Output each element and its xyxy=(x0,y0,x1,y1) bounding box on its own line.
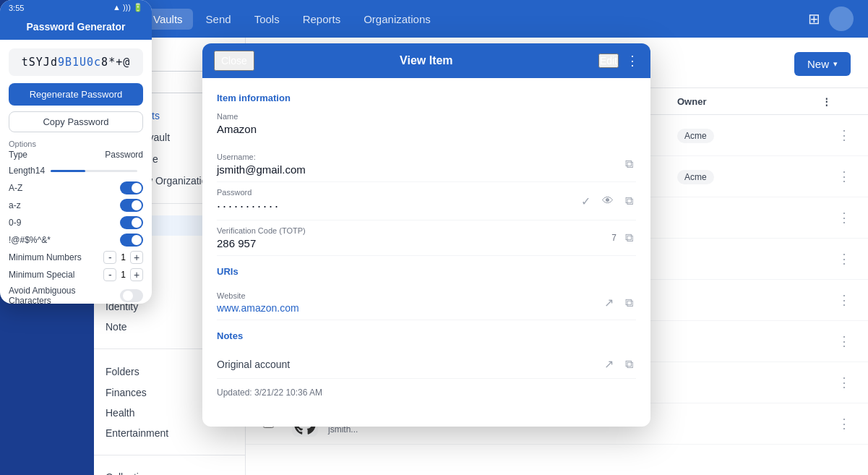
open-url-icon[interactable]: ↗ xyxy=(601,294,616,311)
type-label: Type xyxy=(9,150,27,160)
length-slider[interactable] xyxy=(51,170,137,172)
min-numbers-row: Minimum Numbers - 1 + xyxy=(9,251,143,264)
username-label: Username: xyxy=(217,153,622,161)
mobile-gen-body: tSYJd9B1U0c8*+@ Regenerate Password Copy… xyxy=(0,40,152,304)
copy-password-icon[interactable]: ⧉ xyxy=(622,193,636,209)
password-display: tSYJd9B1U0c8*+@ xyxy=(9,48,143,76)
uris-section-title: URIs xyxy=(217,266,636,277)
totp-field-left: Verification Code (TOTP) 286 957 xyxy=(217,226,606,249)
nav-right: ⊞ xyxy=(808,7,854,31)
min-special-row: Minimum Special - 1 + xyxy=(9,268,143,281)
totp-value: 286 957 xyxy=(217,237,606,249)
totp-label: Verification Code (TOTP) xyxy=(217,226,606,235)
row-more-icon[interactable]: ⋮ xyxy=(822,333,851,349)
top-nav: Vaults Send Tools Reports Organizations … xyxy=(94,0,868,38)
toggle-special: !@#$%^&* xyxy=(9,234,143,247)
website-label: Website xyxy=(217,291,601,300)
new-button-label: New xyxy=(807,58,829,70)
avoid-toggle[interactable] xyxy=(120,289,143,302)
min-numbers-label: Minimum Numbers xyxy=(9,252,82,262)
row-owner: Acme xyxy=(677,129,822,142)
nav-item-reports[interactable]: Reports xyxy=(293,9,351,30)
check-password-icon[interactable]: ✓ xyxy=(578,193,593,210)
totp-actions: 7 ⧉ xyxy=(606,230,636,246)
notes-actions: ↗ ⧉ xyxy=(601,356,636,372)
password-field-left: Password ··········· xyxy=(217,188,578,214)
min-special-decrement[interactable]: - xyxy=(103,268,116,281)
row-more-icon[interactable]: ⋮ xyxy=(822,127,851,143)
nav-item-organizations[interactable]: Organizations xyxy=(353,9,441,30)
nav-item-send[interactable]: Send xyxy=(196,9,241,30)
notes-section-title: Notes xyxy=(217,330,636,341)
row-more-icon[interactable]: ⋮ xyxy=(822,210,851,226)
show-password-icon[interactable]: 👁 xyxy=(599,193,616,209)
totp-timer: 7 xyxy=(611,233,616,243)
min-special-stepper: - 1 + xyxy=(103,268,143,281)
copy-username-icon[interactable]: ⧉ xyxy=(622,156,636,172)
website-field-row: Website www.amazon.com ↗ ⧉ xyxy=(217,286,636,320)
password-label: Password xyxy=(217,188,578,197)
sidebar-collections[interactable]: Collections xyxy=(94,467,245,475)
password-actions: ✓ 👁 ⧉ xyxy=(578,193,636,210)
website-actions: ↗ ⧉ xyxy=(601,294,636,311)
more-options-icon[interactable]: ⋮ xyxy=(822,96,831,107)
website-value: www.amazon.com xyxy=(217,302,601,314)
min-special-label: Minimum Special xyxy=(9,270,74,280)
view-item-body: Item information Name Amazon Username: j… xyxy=(202,78,650,427)
09-label: 0-9 xyxy=(9,218,21,228)
name-field-label: Name xyxy=(217,112,636,121)
view-item-header: Close View Item Edit ⋮ xyxy=(202,43,650,78)
nav-item-tools[interactable]: Tools xyxy=(244,9,290,30)
copy-notes-icon[interactable]: ⧉ xyxy=(622,356,636,372)
copy-totp-icon[interactable]: ⧉ xyxy=(622,230,636,246)
updated-text: Updated: 3/21/22 10:36 AM xyxy=(217,388,636,398)
copy-url-icon[interactable]: ⧉ xyxy=(622,295,636,311)
more-options-icon[interactable]: ⋮ xyxy=(626,53,639,69)
name-field-value: Amazon xyxy=(217,123,636,135)
min-special-increment[interactable]: + xyxy=(130,268,143,281)
min-numbers-stepper: - 1 + xyxy=(103,251,143,264)
special-toggle[interactable] xyxy=(120,234,143,247)
regenerate-button[interactable]: Regenerate Password xyxy=(9,83,143,106)
new-button[interactable]: New ▾ xyxy=(794,52,851,76)
length-label: Length xyxy=(9,166,35,176)
length-row: Length 14 xyxy=(9,166,143,176)
row-more-icon[interactable]: ⋮ xyxy=(822,168,851,184)
nav-items: Vaults Send Tools Reports Organizations xyxy=(143,9,808,30)
edit-button[interactable]: Edit xyxy=(598,54,619,68)
toggle-09: 0-9 xyxy=(9,216,143,229)
open-notes-icon[interactable]: ↗ xyxy=(601,356,616,372)
min-numbers-decrement[interactable]: - xyxy=(103,251,116,264)
min-numbers-value: 1 xyxy=(121,252,126,262)
close-button[interactable]: Close xyxy=(214,51,254,71)
min-numbers-increment[interactable]: + xyxy=(130,251,143,264)
view-item-panel: Close View Item Edit ⋮ Item information … xyxy=(202,43,650,427)
row-more-icon[interactable]: ⋮ xyxy=(822,251,851,267)
notes-field-left: Original account xyxy=(217,359,601,370)
az-upper-toggle[interactable] xyxy=(120,181,143,194)
username-actions: ⧉ xyxy=(622,156,636,172)
min-special-value: 1 xyxy=(121,270,126,280)
mobile-status-bar: 3:55 ▲ ))) 🔋 xyxy=(0,0,152,15)
az-lower-toggle[interactable] xyxy=(120,199,143,212)
grid-icon[interactable]: ⊞ xyxy=(808,10,820,27)
notes-value: Original account xyxy=(217,359,601,370)
row-more-icon[interactable]: ⋮ xyxy=(822,375,851,390)
mobile-gen-title: Password Generator xyxy=(27,21,126,33)
collections-section: Collections Marketing Product Sales xyxy=(94,461,245,475)
09-toggle[interactable] xyxy=(120,216,143,229)
divider-3 xyxy=(94,455,245,455)
folders-label: Folders xyxy=(106,366,139,377)
actions-col-header: ⋮ xyxy=(822,96,851,107)
username-value: jsmith@gmail.com xyxy=(217,163,622,176)
length-value: 14 xyxy=(35,166,45,176)
notes-field-row: Original account ↗ ⧉ xyxy=(217,350,636,379)
copy-button[interactable]: Copy Password xyxy=(9,111,143,132)
row-more-icon[interactable]: ⋮ xyxy=(822,416,851,432)
user-avatar[interactable] xyxy=(829,7,854,31)
name-field-group: Name Amazon xyxy=(217,112,636,135)
special-label: !@#$%^&* xyxy=(9,235,51,245)
avoid-label: Avoid Ambiguous Characters xyxy=(9,286,120,304)
username-field-row: Username: jsmith@gmail.com ⧉ xyxy=(217,147,636,182)
row-more-icon[interactable]: ⋮ xyxy=(822,292,851,308)
